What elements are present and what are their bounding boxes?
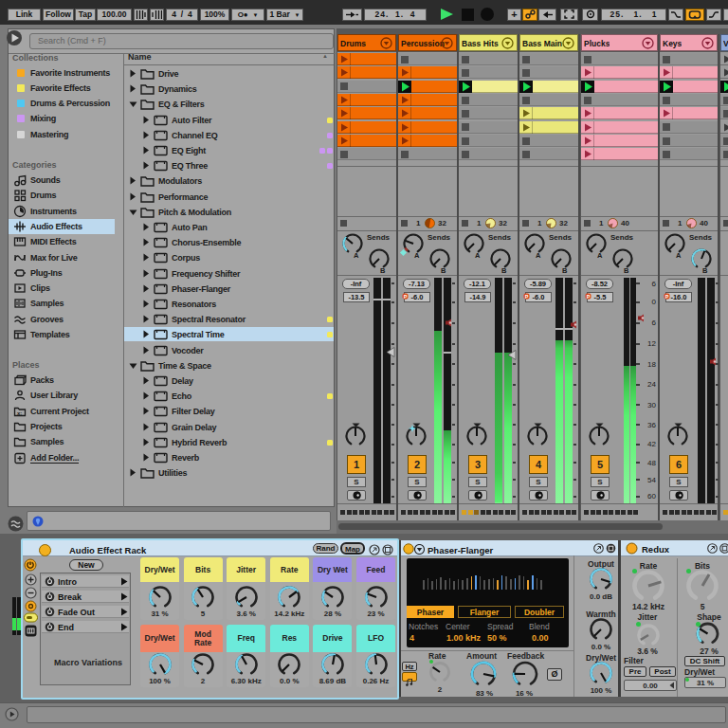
- svg-text:P: P: [404, 294, 408, 300]
- svg-text:P: P: [525, 294, 529, 300]
- svg-text:x:: x:: [17, 410, 22, 416]
- svg-text:P: P: [665, 294, 669, 300]
- svg-text:P: P: [587, 294, 591, 300]
